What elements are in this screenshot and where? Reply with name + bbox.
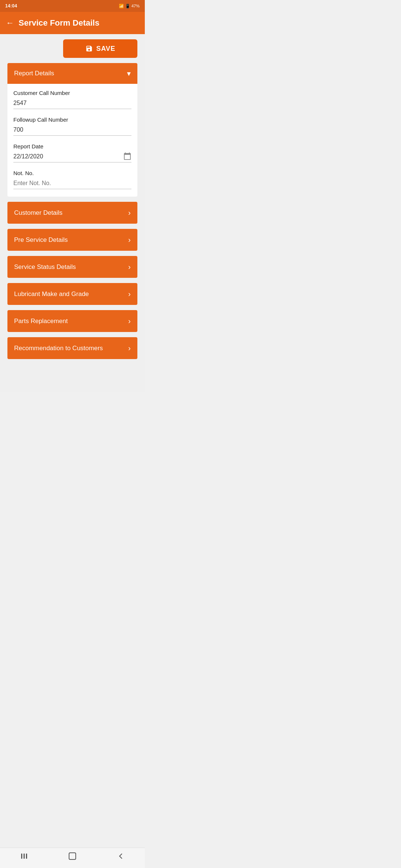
report-details-header[interactable]: Report Details ▾ (7, 63, 137, 84)
followup-call-number-label: Followup Call Number (13, 116, 131, 123)
parts-replacement-chevron: › (128, 317, 131, 325)
report-details-section: Report Details ▾ Customer Call Number Fo… (7, 63, 137, 197)
status-bar: 14:04 📶 📱 47% (0, 0, 145, 12)
back-button[interactable]: ← (6, 18, 14, 28)
report-details-form: Customer Call Number Followup Call Numbe… (7, 84, 137, 189)
main-content: SAVE Report Details ▾ Customer Call Numb… (0, 34, 145, 392)
pre-service-details-chevron: › (128, 236, 131, 244)
save-btn-row: SAVE (7, 39, 137, 58)
customer-details-section[interactable]: Customer Details › (7, 202, 137, 224)
battery-icon: 47% (131, 4, 140, 8)
report-details-title: Report Details (14, 70, 54, 77)
customer-call-number-input[interactable] (13, 98, 131, 109)
save-button[interactable]: SAVE (63, 39, 137, 58)
recommendation-customers-chevron: › (128, 344, 131, 352)
recommendation-customers-section[interactable]: Recommendation to Customers › (7, 337, 137, 359)
report-date-label: Report Date (13, 143, 131, 149)
pre-service-details-title: Pre Service Details (14, 236, 68, 244)
page-title: Service Form Details (19, 18, 100, 28)
followup-call-number-input[interactable] (13, 125, 131, 136)
report-date-group: Report Date (13, 143, 131, 162)
not-number-group: Not. No. (13, 170, 131, 189)
not-number-label: Not. No. (13, 170, 131, 176)
lubricant-make-grade-title: Lubricant Make and Grade (14, 290, 89, 298)
service-status-details-section[interactable]: Service Status Details › (7, 256, 137, 278)
lubricant-make-grade-section[interactable]: Lubricant Make and Grade › (7, 283, 137, 305)
pre-service-details-section[interactable]: Pre Service Details › (7, 229, 137, 251)
calendar-icon[interactable] (123, 152, 131, 162)
not-number-input[interactable] (13, 178, 131, 189)
status-icons: 📶 📱 47% (119, 4, 140, 9)
report-date-input[interactable] (13, 152, 123, 162)
app-bar: ← Service Form Details (0, 12, 145, 34)
status-time: 14:04 (5, 3, 17, 9)
signal-icon: 📱 (125, 4, 130, 9)
report-details-chevron: ▾ (127, 69, 131, 78)
recommendation-customers-title: Recommendation to Customers (14, 345, 103, 352)
customer-details-title: Customer Details (14, 209, 62, 217)
save-label: SAVE (96, 45, 115, 53)
wifi-icon: 📶 (119, 4, 124, 9)
customer-details-chevron: › (128, 208, 131, 217)
report-date-row (13, 152, 131, 162)
parts-replacement-title: Parts Replacement (14, 318, 68, 325)
customer-call-number-label: Customer Call Number (13, 90, 131, 96)
parts-replacement-section[interactable]: Parts Replacement › (7, 310, 137, 332)
followup-call-number-group: Followup Call Number (13, 116, 131, 136)
service-status-details-chevron: › (128, 263, 131, 271)
lubricant-make-grade-chevron: › (128, 290, 131, 298)
save-disk-icon (85, 45, 93, 53)
customer-call-number-group: Customer Call Number (13, 90, 131, 109)
service-status-details-title: Service Status Details (14, 263, 76, 271)
